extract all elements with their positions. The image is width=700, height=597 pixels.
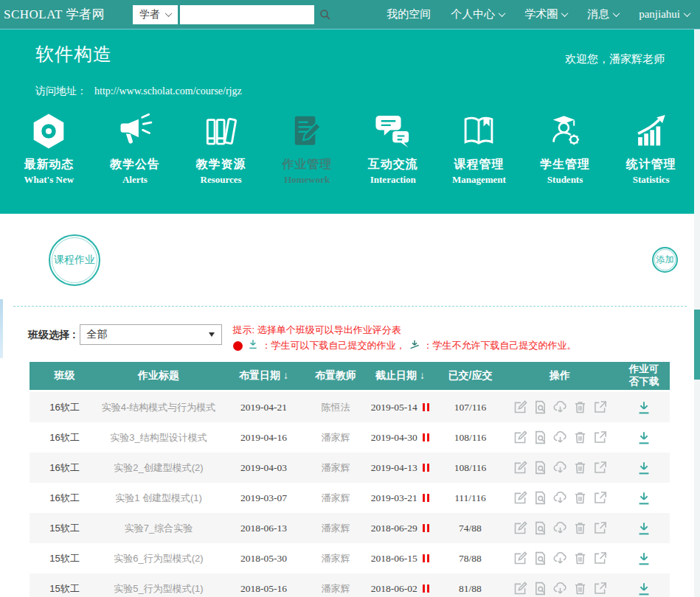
download-submissions-icon[interactable] — [552, 581, 568, 596]
download-toggle-icon[interactable] — [636, 520, 652, 537]
cell-submitted: 107/116 — [439, 392, 502, 422]
nav-personal-center[interactable]: 个人中心 — [451, 7, 505, 21]
download-forbidden-icon — [409, 338, 420, 353]
export-homework-icon[interactable] — [592, 460, 608, 475]
cell-title[interactable]: 实验7_综合实验 — [100, 513, 218, 543]
review-homework-icon[interactable] — [533, 581, 548, 596]
cell-title[interactable]: 实验2_创建型模式(2) — [100, 453, 218, 483]
edit-homework-icon[interactable] — [513, 430, 528, 445]
download-toggle-icon[interactable] — [636, 551, 652, 567]
download-toggle-icon[interactable] — [636, 581, 652, 597]
cell-title[interactable]: 实验6_行为型模式(2) — [100, 543, 218, 573]
nav-item-homework[interactable]: 作业管理 Homework — [264, 112, 350, 186]
col-assign-date[interactable]: 布置日期 ↓ — [218, 362, 310, 390]
cell-deadline: 2018-06-29 — [361, 513, 439, 543]
review-homework-icon[interactable] — [533, 399, 548, 415]
nav-messages[interactable]: 消息 — [587, 7, 619, 21]
edit-homework-icon[interactable] — [513, 520, 528, 536]
nav-item-alerts[interactable]: 教学公告 Alerts — [92, 112, 179, 186]
search-icon[interactable] — [319, 5, 332, 24]
cell-class: 15软工 — [30, 543, 100, 573]
nav-item-whats-new[interactable]: 最新动态 What's New — [6, 112, 92, 186]
cell-title[interactable]: 实验4-结构模式与行为模式 — [100, 392, 218, 422]
cell-title[interactable]: 实验5_行为型模式(1) — [100, 573, 218, 597]
edit-homework-icon[interactable] — [513, 490, 528, 506]
review-homework-icon[interactable] — [533, 460, 548, 475]
chevron-down-icon — [684, 10, 691, 17]
cell-assigned-date: 2018-05-16 — [218, 573, 310, 597]
export-homework-icon[interactable] — [592, 551, 608, 566]
edit-homework-icon[interactable] — [513, 460, 528, 475]
cell-title[interactable]: 实验1 创建型模式(1) — [100, 483, 218, 513]
review-homework-icon[interactable] — [533, 430, 548, 445]
scrollbar-thumb[interactable] — [694, 310, 700, 380]
edit-homework-icon[interactable] — [513, 581, 528, 596]
col-class: 班级 — [30, 362, 100, 390]
books-icon — [178, 112, 264, 150]
cell-submitted: 108/116 — [439, 422, 502, 453]
homework-table-body: 16软工 实验4-结构模式与行为模式 2019-04-21 陈恒法 2019-0… — [30, 392, 670, 597]
delete-homework-icon[interactable] — [572, 490, 588, 506]
nav-item-management[interactable]: 课程管理 Management — [436, 112, 522, 186]
chevron-down-icon — [499, 10, 506, 17]
download-submissions-icon[interactable] — [552, 399, 568, 415]
table-row: 16软工 实验3_结构型设计模式 2019-04-16 潘家辉 2019-04-… — [30, 422, 670, 453]
download-submissions-icon[interactable] — [552, 490, 568, 506]
delete-homework-icon[interactable] — [572, 520, 588, 536]
cell-actions — [502, 513, 618, 543]
cell-deadline: 2018-06-02 — [361, 573, 439, 597]
edit-homework-icon[interactable] — [513, 399, 528, 415]
deadline-pause-icon — [423, 584, 430, 593]
cell-title[interactable]: 实验3_结构型设计模式 — [100, 422, 218, 453]
download-toggle-icon[interactable] — [636, 399, 652, 416]
dotted-divider — [13, 306, 687, 307]
student-icon — [522, 112, 609, 150]
delete-homework-icon[interactable] — [572, 399, 588, 415]
cell-teacher: 潘家辉 — [310, 543, 361, 573]
cell-assigned-date: 2018-06-13 — [218, 513, 310, 543]
download-toggle-icon[interactable] — [636, 490, 652, 506]
nav-item-statistics[interactable]: 统计管理 Statistics — [608, 112, 694, 186]
delete-homework-icon[interactable] — [572, 460, 588, 475]
nav-item-resources[interactable]: 教学资源 Resources — [178, 112, 264, 186]
delete-homework-icon[interactable] — [572, 581, 588, 596]
course-homework-badge[interactable]: 课程作业 — [49, 234, 100, 286]
download-submissions-icon[interactable] — [552, 520, 568, 536]
export-homework-icon[interactable] — [592, 399, 608, 415]
nav-item-students[interactable]: 学生管理 Students — [522, 112, 609, 186]
edit-homework-icon[interactable] — [513, 551, 528, 566]
export-homework-icon[interactable] — [592, 430, 608, 445]
download-toggle-icon[interactable] — [636, 460, 652, 476]
download-submissions-icon[interactable] — [552, 430, 568, 445]
review-homework-icon[interactable] — [533, 490, 548, 506]
chevron-down-icon — [613, 10, 620, 17]
nav-my-space[interactable]: 我的空间 — [387, 7, 431, 21]
side-widget-edge[interactable] — [0, 299, 3, 358]
delete-homework-icon[interactable] — [572, 430, 588, 445]
download-submissions-icon[interactable] — [552, 460, 568, 475]
nav-username[interactable]: panjiahui — [639, 8, 690, 21]
cell-deadline: 2019-05-14 — [361, 392, 439, 422]
delete-homework-icon[interactable] — [572, 551, 588, 566]
class-select[interactable]: 全部 — [80, 324, 222, 345]
export-homework-icon[interactable] — [592, 520, 608, 536]
download-toggle-icon[interactable] — [636, 430, 652, 446]
cell-assigned-date: 2019-04-21 — [218, 392, 310, 422]
hint-line2: ：学生可以下载自己提交的作业， ：学生不允许下载自己提交的作业。 — [233, 338, 577, 353]
scholat-logo[interactable]: SCHOLAT 学者网 — [4, 6, 105, 23]
course-nav: 最新动态 What's New 教学公告 Alerts — [0, 112, 700, 186]
export-homework-icon[interactable] — [592, 581, 608, 596]
export-homework-icon[interactable] — [592, 490, 608, 506]
download-submissions-icon[interactable] — [552, 551, 568, 566]
review-homework-icon[interactable] — [533, 520, 548, 536]
search-category-select[interactable]: 学者 — [133, 5, 178, 24]
add-homework-button[interactable]: 添加 — [652, 247, 678, 273]
nav-item-interaction[interactable]: 互动交流 Interaction — [350, 112, 437, 186]
search-input[interactable] — [180, 6, 319, 24]
cell-downloadable — [618, 483, 670, 513]
cell-actions — [502, 543, 618, 573]
review-homework-icon[interactable] — [533, 551, 548, 566]
nav-academic-circle[interactable]: 学术圈 — [524, 7, 567, 21]
col-deadline[interactable]: 截止日期 ↓ — [361, 362, 439, 390]
red-dot-icon — [233, 341, 243, 351]
